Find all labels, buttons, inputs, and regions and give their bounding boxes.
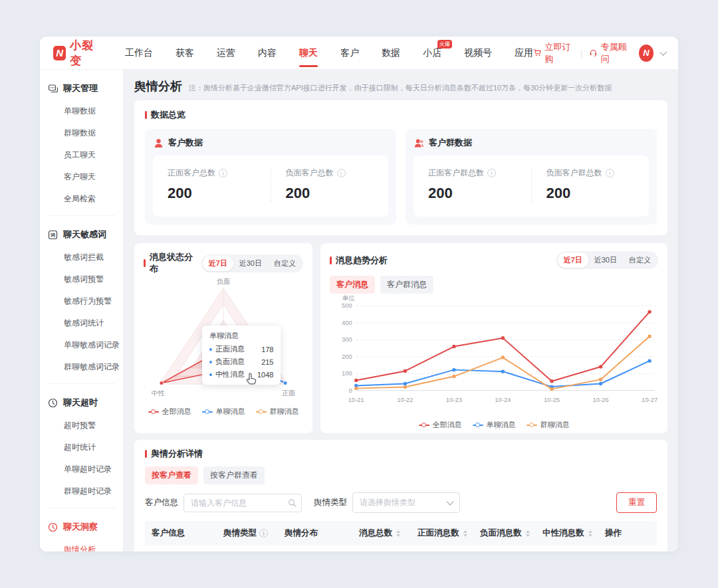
nav-item-operation[interactable]: 运营 (217, 37, 235, 70)
legend-item-全部消息[interactable]: 全部消息 (148, 407, 191, 417)
legend-marker (473, 423, 483, 428)
nav-right: 立即订购 | 专属顾问 N (533, 41, 665, 65)
info-icon[interactable]: i (259, 529, 268, 538)
overview-stats-panel: 正面客户总数i200负面客户总数i200 (153, 155, 388, 217)
sort-icon (526, 530, 530, 537)
column-header-中性消息数[interactable]: 中性消息数 (536, 521, 598, 545)
column-label: 负面消息数 (480, 528, 522, 539)
column-header-操作: 操作 (598, 521, 657, 545)
sidebar-item-sentiment-analysis[interactable]: 舆情分析 (40, 539, 123, 551)
svg-text:400: 400 (342, 319, 352, 326)
column-header-舆情类型: 舆情类型i (217, 521, 278, 545)
distribution-cell: 正面消息 40%负面消息 30%中性消息 30% (278, 545, 352, 551)
order-now-button[interactable]: 立即订购 (533, 41, 574, 65)
sidebar-section-chat-insight[interactable]: 聊天洞察 (40, 514, 123, 539)
nav-item-chat[interactable]: 聊天 (299, 37, 318, 70)
sidebar-item-staff-chat[interactable]: 员工聊天 (40, 144, 123, 166)
legend-label: 全部消息 (162, 407, 191, 417)
nav-item-acquisition[interactable]: 获客 (176, 37, 194, 70)
sidebar-item-word-alert[interactable]: 敏感词预警 (40, 268, 123, 290)
sidebar-item-single-timeout-log[interactable]: 单聊超时记录 (40, 458, 123, 480)
tab-客户群消息[interactable]: 客户群消息 (380, 276, 433, 294)
radar-legend: 全部消息单聊消息群聊消息 (144, 407, 303, 417)
info-icon[interactable]: i (606, 169, 614, 177)
user-avatar[interactable]: N (639, 45, 654, 62)
order-now-label: 立即订购 (545, 41, 574, 65)
info-icon[interactable]: i (337, 169, 346, 177)
stat-value: 200 (546, 185, 635, 202)
sidebar-item-timeout-stats[interactable]: 超时统计 (40, 437, 123, 458)
stat-label: 负面客户总数i (286, 167, 374, 179)
tab-按客户查看[interactable]: 按客户查看 (145, 466, 198, 484)
reset-button[interactable]: 重置 (616, 492, 657, 513)
sidebar-section-label: 聊天洞察 (63, 521, 98, 533)
legend-item-全部消息[interactable]: 全部消息 (419, 420, 462, 430)
sidebar-item-timeout-alert[interactable]: 超时预警 (40, 415, 123, 437)
sidebar-divider (48, 215, 115, 216)
chevron-down-icon (446, 498, 453, 505)
sidebar-item-word-stats[interactable]: 敏感词统计 (40, 312, 123, 334)
range-tab-近30日[interactable]: 近30日 (233, 256, 268, 271)
chevron-down-icon[interactable] (660, 49, 667, 56)
nav-item-shop[interactable]: 小店火爆 (423, 37, 441, 70)
sidebar-section-chat-management[interactable]: 聊天管理 (40, 75, 123, 100)
page-title: 舆情分析 (134, 78, 182, 94)
nav-item-workbench[interactable]: 工作台 (125, 37, 153, 70)
sidebar-section-label: 聊天管理 (63, 82, 98, 94)
sidebar-item-behavior-alert[interactable]: 敏感行为预警 (40, 290, 123, 312)
stat-label-text: 负面客户群总数 (546, 167, 602, 179)
trend-source-tabs: 客户消息客户群消息 (330, 276, 658, 294)
column-label: 舆情类型 (223, 528, 257, 539)
customer-search-input[interactable] (183, 494, 302, 512)
data-overview-card: 数据总览 客户数据正面客户总数i200负面客户总数i200客户群数据正面客户群总… (134, 100, 667, 235)
legend-item-群聊消息[interactable]: 群聊消息 (256, 407, 299, 417)
svg-text:10-27: 10-27 (642, 396, 658, 403)
column-header-消息总数[interactable]: 消息总数 (352, 521, 411, 545)
brand-logo[interactable]: N 小裂变 (53, 38, 101, 68)
legend-item-群聊消息[interactable]: 群聊消息 (527, 420, 570, 430)
range-tab-近7日[interactable]: 近7日 (558, 252, 588, 268)
overview-group-title: 客户群数据 (414, 137, 649, 149)
stat-value: 200 (428, 185, 517, 202)
range-tab-近30日[interactable]: 近30日 (588, 252, 623, 268)
nav-item-video-channel[interactable]: 视频号 (464, 37, 492, 70)
range-tab-自定义[interactable]: 自定义 (623, 252, 657, 268)
column-header-正面消息数[interactable]: 正面消息数 (411, 521, 473, 545)
nav-item-apps[interactable]: 应用 (515, 37, 533, 70)
column-label: 消息总数 (359, 528, 392, 539)
title-accent-bar (145, 111, 147, 119)
sidebar-item-group-word-log[interactable]: 群聊敏感词记录 (40, 356, 123, 378)
sidebar-item-single-chat-data[interactable]: 单聊数据 (40, 100, 123, 122)
cart-icon (533, 48, 542, 58)
nav-item-customer[interactable]: 客户 (340, 37, 359, 70)
legend-item-单聊消息[interactable]: 单聊消息 (473, 420, 516, 430)
info-icon[interactable]: i (219, 169, 227, 177)
sidebar-section-sensitive-words[interactable]: 词聊天敏感词 (40, 221, 123, 246)
tab-按客户群查看[interactable]: 按客户群查看 (203, 466, 265, 484)
column-header-负面消息数[interactable]: 负面消息数 (473, 521, 536, 545)
sidebar-item-word-block[interactable]: 敏感词拦截 (40, 246, 123, 268)
sidebar-item-global-search[interactable]: 全局检索 (40, 188, 123, 210)
chat-icon (48, 84, 58, 94)
svg-text:10-24: 10-24 (495, 396, 511, 403)
tooltip-row: 中性消息1048 (209, 369, 273, 379)
range-tab-近7日[interactable]: 近7日 (203, 256, 233, 271)
sidebar-item-group-chat-data[interactable]: 群聊数据 (40, 122, 123, 144)
nav-item-data[interactable]: 数据 (382, 37, 400, 70)
range-tab-自定义[interactable]: 自定义 (268, 256, 302, 271)
sidebar-item-single-word-log[interactable]: 单聊敏感词记录 (40, 334, 123, 356)
sidebar-item-customer-chat[interactable]: 客户聊天 (40, 166, 123, 188)
advisor-button[interactable]: 专属顾问 (589, 41, 630, 65)
tab-客户消息[interactable]: 客户消息 (330, 276, 375, 294)
word-icon: 词 (48, 230, 58, 240)
info-icon[interactable]: i (487, 169, 496, 177)
line-legend: 全部消息单聊消息群聊消息 (330, 420, 658, 430)
sidebar-section-chat-timeout[interactable]: 聊天超时 (40, 389, 123, 415)
sidebar-item-group-timeout-log[interactable]: 群聊超时记录 (40, 480, 123, 502)
sentiment-type-select[interactable]: 请选择舆情类型 (352, 492, 460, 513)
stat-label: 正面客户总数i (168, 167, 256, 179)
nav-item-content[interactable]: 内容 (258, 37, 277, 70)
stat-label: 负面客户群总数i (546, 167, 635, 179)
tooltip-label: 正面消息 (215, 344, 245, 354)
legend-item-单聊消息[interactable]: 单聊消息 (202, 407, 245, 417)
